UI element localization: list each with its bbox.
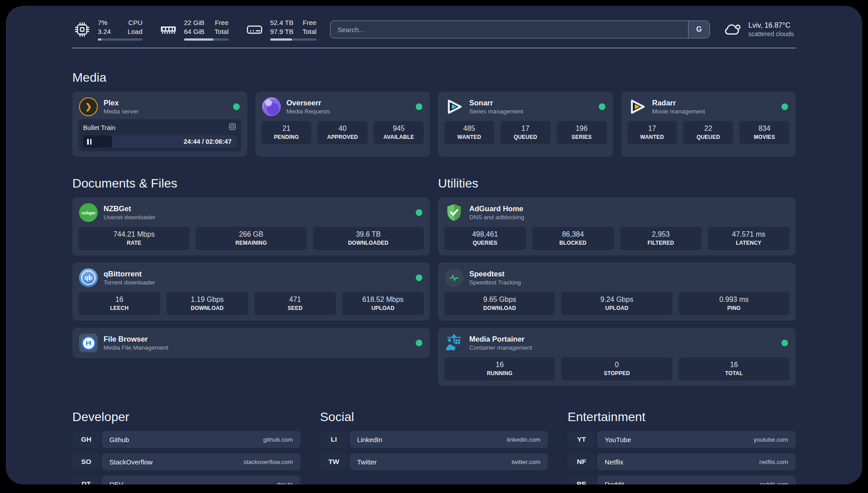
adguard-subtitle: DNS and adblocking [469,213,524,221]
top-bar: 7% 3.24 CPU Load [72,18,796,41]
bookmark-name: Netflix [605,458,623,466]
stat-label: UPLOAD [344,305,422,311]
stat-value: 0 [563,361,670,369]
stat-label: UPLOAD [563,305,670,311]
radarr-subtitle: Movie management [652,108,705,116]
speedtest-title: Speedtest [469,269,521,279]
sonarr-card[interactable]: Sonarr Series management 485 WANTED 17 Q… [438,92,613,157]
bookmark-stackoverflow[interactable]: SO StackOverflow stackoverflow.com [72,453,300,470]
plex-icon: ❯ [79,97,98,117]
adguard-card[interactable]: AdGuard Home DNS and adblocking 498,461 … [438,197,796,255]
filebrowser-icon [79,333,98,353]
stat-box: 196 SERIES [557,121,607,144]
stat-box: 1.19 Gbps DOWNLOAD [167,292,248,315]
bookmark-abbr: DT [72,476,100,485]
speedtest-card[interactable]: Speedtest Speedtest Tracking 9.65 Gbps D… [438,263,796,321]
qbittorrent-stats: 16 LEECH 1.19 Gbps DOWNLOAD 471 SEED [79,292,424,315]
portainer-stats: 16 RUNNING 0 STOPPED 16 TOTAL [444,357,789,380]
overseerr-title: Overseerr [287,98,330,108]
stat-label: SERIES [559,134,605,140]
stat-label: TOTAL [680,370,788,376]
bookmark-url: stackoverflow.com [243,459,292,465]
bookmark-dev[interactable]: DT DEV dev.to [72,476,300,485]
weather-location-temperature: Lviv, 16.87°C [748,21,794,30]
playback-progress-fill [83,135,112,148]
nzbget-stats: 744.21 Mbps RATE 266 GB REMAINING 39.6 T… [79,227,424,250]
bookmark-github[interactable]: GH Github github.com [72,431,300,448]
stat-label: MOVIES [741,134,788,140]
bookmark-netflix[interactable]: NF Netflix netflix.com [568,453,796,470]
system-stats: 7% 3.24 CPU Load [72,18,317,41]
bookmark-name: Github [109,436,129,443]
cpu-usage-label: CPU [128,18,142,27]
bookmark-linkedin[interactable]: LI LinkedIn linkedin.com [320,431,548,448]
portainer-status-dot [781,340,788,347]
sonarr-title: Sonarr [469,98,523,108]
memory-progress-track [184,38,229,41]
sonarr-status-dot [599,104,605,110]
header-divider [72,48,796,48]
stat-value: 39.6 TB [315,230,422,238]
bookmark-abbr: LI [320,431,348,448]
qbittorrent-status-dot [416,275,422,281]
cpu-load-value: 3.24 [98,27,111,36]
stat-value: 498,461 [446,230,524,238]
bookmark-abbr: TW [320,453,348,470]
section-heading-developer: Developer [72,410,300,424]
stat-label: QUERIES [446,240,524,246]
filebrowser-card[interactable]: File Browser Media File Management [72,328,430,358]
stat-value: 196 [559,125,605,133]
stat-value: 16 [446,361,553,369]
stat-box: 21 PENDING [262,121,312,144]
stat-value: 21 [263,125,310,133]
stat-value: 945 [376,125,422,133]
stat-value: 1.19 Gbps [168,296,246,304]
bookmark-name: Twitter [357,458,377,466]
stat-box: 47.571 ms LATENCY [708,227,789,250]
portainer-crane-icon [444,333,464,353]
nzbget-card[interactable]: nzbget NZBGet Usenet downloader 744.21 M… [72,197,430,255]
now-playing-title: Bullet Train [83,124,116,131]
bookmark-youtube[interactable]: YT YouTube youtube.com [568,431,796,448]
bookmark-url: github.com [263,436,293,443]
stat-value: 17 [629,125,676,133]
overseerr-icon [262,97,281,117]
bookmark-url: dev.to [277,481,293,485]
bookmark-twitter[interactable]: TW Twitter twitter.com [320,453,548,470]
qbittorrent-icon: qb [79,268,98,288]
pause-icon [87,139,92,145]
search-input[interactable] [330,21,710,38]
stat-box: 0.993 ms PING [679,292,789,315]
memory-free-label: Free [215,18,229,27]
portainer-card[interactable]: Media Portainer Container management 16 … [438,328,796,386]
stat-value: 2,953 [622,230,700,238]
radarr-title: Radarr [652,98,705,108]
developer-column: Developer GH Github github.com SO StackO… [72,410,300,485]
qbittorrent-card[interactable]: qb qBittorrent Torrent downloader 16 [72,263,430,321]
speedtest-pulse-icon [444,268,464,288]
radarr-icon [627,97,647,117]
overseerr-status-dot [416,104,422,110]
disk-total-value: 97.9 TB [270,27,293,36]
stat-value: 17 [502,125,549,133]
bookmark-abbr: YT [568,431,595,448]
radarr-card[interactable]: Radarr Movie management 17 WANTED 22 QUE… [621,92,796,157]
plex-card[interactable]: ❯ Plex Media server Bullet Train [72,92,247,157]
bookmark-reddit[interactable]: RE Reddit reddit.com [568,476,796,485]
stat-label: FILTERED [622,240,700,246]
section-heading-documents: Documents & Files [72,176,430,191]
speedtest-stats: 9.65 Gbps DOWNLOAD 9.24 Gbps UPLOAD 0.99… [444,292,789,315]
overseerr-card[interactable]: Overseerr Media Requests 21 PENDING 40 A… [255,92,430,157]
cpu-usage-value: 7% [98,18,111,27]
radarr-stats: 17 WANTED 22 QUEUED 834 MOVIES [627,121,790,144]
stat-label: QUEUED [502,134,549,140]
stat-value: 834 [741,125,788,133]
nzbget-title: NZBGet [104,204,155,213]
stat-box: 0 STOPPED [561,357,672,380]
section-heading-social: Social [320,410,548,424]
stat-label: RUNNING [446,370,553,376]
cloud-icon [723,21,742,38]
stat-box: 17 QUEUED [501,121,551,144]
search-engine-button[interactable]: G [688,21,709,38]
portainer-card-header: Media Portainer Container management [444,333,789,353]
